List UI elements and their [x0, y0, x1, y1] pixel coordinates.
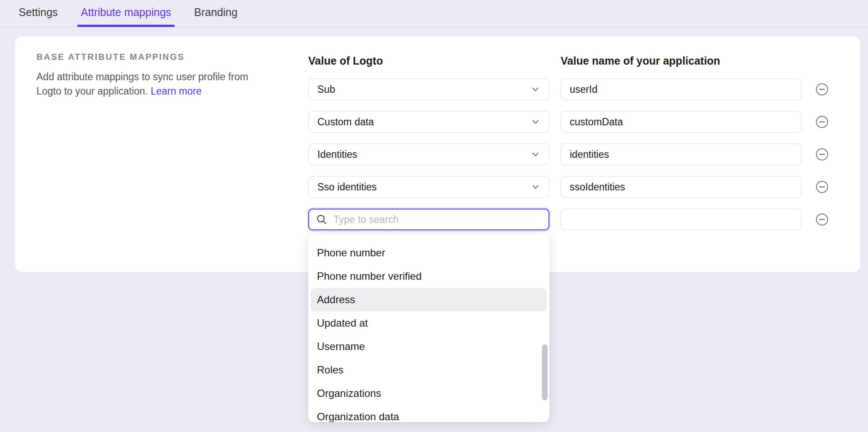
tab-attribute-mappings[interactable]: Attribute mappings [77, 0, 174, 27]
dropdown-option[interactable]: Organization data [308, 405, 549, 422]
chevron-down-icon [531, 182, 540, 192]
logto-value-select-label: Sub [317, 84, 335, 95]
dropdown-option[interactable]: Phone number verified [308, 265, 549, 288]
section-info: BASE ATTRIBUTE MAPPINGS Add attribute ma… [36, 52, 251, 98]
minus-circle-icon [816, 148, 829, 162]
tab-settings[interactable]: Settings [15, 0, 61, 27]
remove-row-button[interactable] [816, 181, 829, 194]
column-header-logto-value: Value of Logto [308, 55, 383, 67]
logto-value-select[interactable]: Sub [308, 79, 549, 100]
remove-row-button[interactable] [816, 116, 829, 129]
logto-value-select-label: Identities [317, 149, 357, 160]
app-value-input[interactable] [561, 79, 802, 100]
minus-circle-icon [816, 83, 829, 97]
learn-more-link[interactable]: Learn more [150, 85, 202, 97]
chevron-down-icon [531, 117, 540, 127]
remove-row-button[interactable] [816, 213, 829, 226]
app-value-input[interactable] [561, 144, 802, 165]
section-title: BASE ATTRIBUTE MAPPINGS [36, 52, 251, 62]
dropdown-option-highlighted[interactable]: Address [311, 288, 547, 311]
logto-value-select[interactable]: Sso identities [308, 176, 549, 198]
app-value-input[interactable] [561, 111, 802, 133]
tab-bar: Settings Attribute mappings Branding [0, 0, 868, 27]
logto-value-select-label: Custom data [317, 116, 374, 128]
column-header-app-value: Value name of your application [561, 55, 720, 67]
remove-row-button[interactable] [816, 83, 829, 96]
tab-branding[interactable]: Branding [191, 0, 241, 27]
logto-value-select[interactable]: Identities [308, 144, 549, 165]
dropdown-option[interactable]: Updated at [308, 311, 549, 335]
dropdown-option[interactable]: Phone number [308, 241, 549, 265]
minus-circle-icon [816, 180, 829, 195]
search-input[interactable] [333, 214, 542, 226]
logto-value-select-label: Sso identities [317, 181, 377, 193]
minus-circle-icon [816, 115, 829, 130]
app-value-input[interactable] [561, 176, 802, 198]
section-description-text: Add attribute mappings to sync user prof… [36, 71, 248, 97]
dropdown-option[interactable]: Username [308, 335, 549, 358]
dropdown-scrollbar[interactable] [542, 344, 548, 400]
section-description: Add attribute mappings to sync user prof… [36, 70, 251, 98]
logto-value-select[interactable]: Custom data [308, 111, 549, 133]
attribute-dropdown-menu: Phone number Phone number verified Addre… [308, 235, 549, 422]
app-value-input[interactable] [561, 209, 802, 230]
dropdown-option[interactable]: Organizations [308, 382, 549, 405]
dropdown-option[interactable]: Roles [308, 358, 549, 382]
minus-circle-icon [816, 213, 829, 227]
chevron-down-icon [531, 150, 540, 159]
chevron-down-icon [531, 85, 540, 94]
search-icon [316, 214, 328, 226]
logto-value-search-combobox[interactable] [308, 209, 549, 230]
remove-row-button[interactable] [816, 148, 829, 161]
